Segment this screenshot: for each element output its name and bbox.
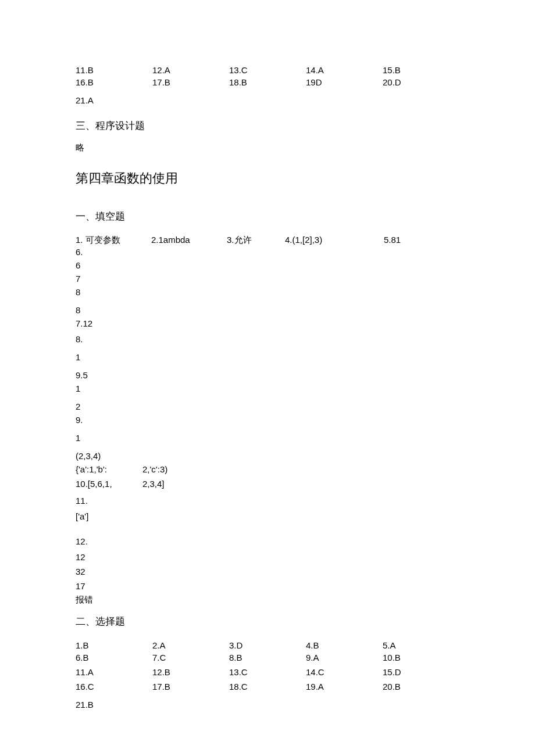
fill-cell: 2,'c':3) [142, 463, 167, 475]
section-heading: 三、程序设计题 [76, 119, 459, 133]
fill-line: 8. [76, 333, 459, 345]
fill-line: {'a':1,'b': 2,'c':3) [76, 463, 459, 475]
answer-cell: 15.B [383, 64, 459, 76]
answer-cell: 11.A [76, 666, 152, 678]
fill-line: 1 [76, 432, 459, 444]
fill-heading: 一、填空题 [76, 210, 459, 224]
fill-cell: 10.[5,6,1, [76, 478, 142, 490]
answer-cell: 11.B [76, 64, 152, 76]
answer-row: 1.B 2.A 3.D 4.B 5.A [76, 639, 459, 651]
fill-line: ['a'] [76, 510, 459, 522]
fill-line: 7.12 [76, 317, 459, 329]
fill-line: 17 [76, 580, 459, 592]
answer-row: 16.C 17.B 18.C 19.A 20.B [76, 680, 459, 693]
answer-cell: 19.A [306, 680, 383, 693]
answer-cell: 14.A [306, 64, 383, 76]
answer-cell: 10.B [383, 651, 459, 664]
answer-cell: 1.B [76, 639, 152, 651]
answer-cell: 13.C [229, 64, 306, 76]
fill-line: 6. [76, 246, 459, 258]
fill-line: 8 [76, 304, 459, 316]
fill-line: 6 [76, 259, 459, 271]
answer-cell: 21.B [76, 698, 459, 711]
fill-cell: 2.1ambda [151, 234, 227, 246]
answer-cell: 20.D [383, 76, 459, 88]
answer-cell: 16.B [76, 76, 152, 88]
fill-cell: {'a':1,'b': [76, 463, 142, 475]
fill-line: 11. [76, 495, 459, 507]
answer-cell: 15.D [383, 666, 459, 678]
answer-cell: 20.B [383, 680, 459, 693]
answer-cell: 17.B [152, 680, 229, 693]
answer-row: 11.B 12.A 13.C 14.A 15.B [76, 64, 459, 76]
answer-row: 11.A 12.B 13.C 14.C 15.D [76, 666, 459, 678]
fill-line: 1 [76, 382, 459, 395]
answer-cell: 7.C [152, 651, 229, 664]
fill-cell: 5.81 [384, 234, 401, 246]
fill-cell: 1. 可变参数 [76, 234, 151, 246]
fill-line: 12 [76, 551, 459, 563]
answer-cell: 13.C [229, 666, 306, 678]
fill-line: 8 [76, 286, 459, 298]
answer-cell: 18.B [229, 76, 306, 88]
answer-cell: 5.A [383, 639, 459, 651]
fill-cell: 4.(1,[2],3) [285, 234, 384, 246]
answer-cell: 18.C [229, 680, 306, 693]
fill-line: 7 [76, 273, 459, 285]
answer-cell: 19D [306, 76, 383, 88]
answer-cell: 3.D [229, 639, 306, 651]
answer-cell: 9.A [306, 651, 383, 664]
answer-row: 16.B 17.B 18.B 19D 20.D [76, 76, 459, 88]
fill-line: 报错 [76, 593, 459, 605]
answer-cell: 12.A [152, 64, 229, 76]
fill-line: 10.[5,6,1, 2,3,4] [76, 478, 459, 490]
choice-heading: 二、选择题 [76, 615, 459, 629]
fill-line: 9. [76, 414, 459, 426]
answer-cell: 12.B [152, 666, 229, 678]
fill-line: 1 [76, 351, 459, 363]
chapter-heading: 第四章函数的使用 [76, 170, 459, 188]
answer-row: 6.B 7.C 8.B 9.A 10.B [76, 651, 459, 664]
fill-cell: 2,3,4] [142, 478, 165, 490]
fill-line: 9.5 [76, 369, 459, 381]
answer-cell: 8.B [229, 651, 306, 664]
answer-cell: 4.B [306, 639, 383, 651]
section-body: 略 [76, 141, 459, 153]
fill-cell: 3.允许 [227, 234, 285, 246]
fill-line: 2 [76, 400, 459, 413]
fill-line: 12. [76, 535, 459, 547]
answer-cell: 2.A [152, 639, 229, 651]
answer-cell: 16.C [76, 680, 152, 693]
fill-line: (2,3,4) [76, 450, 459, 462]
answer-cell: 6.B [76, 651, 152, 664]
fill-line: 32 [76, 565, 459, 578]
answer-cell: 21.A [76, 94, 459, 106]
fill-row: 1. 可变参数 2.1ambda 3.允许 4.(1,[2],3) 5.81 [76, 234, 459, 246]
answer-cell: 17.B [152, 76, 229, 88]
answer-cell: 14.C [306, 666, 383, 678]
